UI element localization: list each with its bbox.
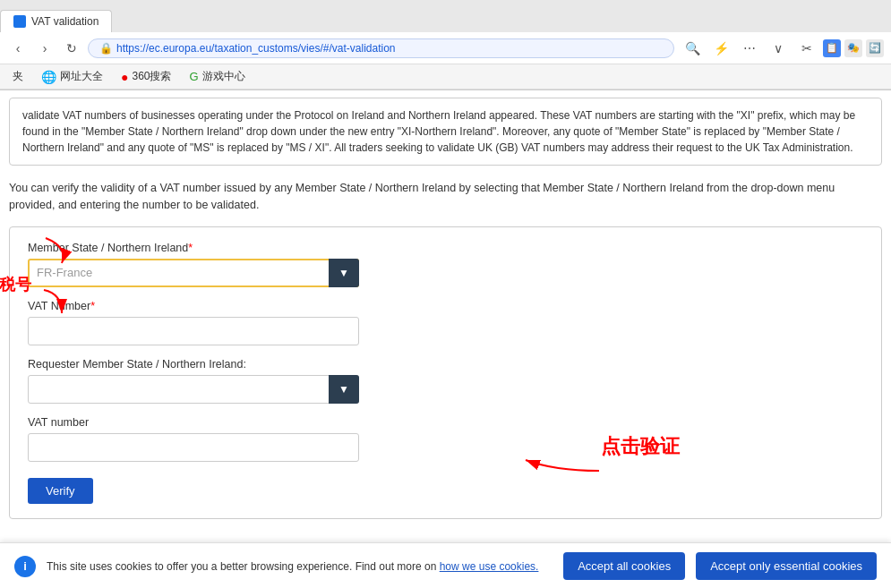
360-icon: ●	[121, 70, 128, 84]
back-button[interactable]: ‹	[7, 38, 29, 59]
member-state-select[interactable]: FR-France DE-Germany IT-Italy ES-Spain X…	[28, 259, 359, 287]
accept-all-cookies-button[interactable]: Accept all cookies	[563, 552, 685, 580]
tab-favicon	[13, 15, 26, 28]
requester-vat-label: VAT number	[28, 416, 863, 429]
info-box-text: validate VAT numbers of businesses opera…	[22, 109, 855, 154]
toolbar-icons: 🔍 ⚡ ⋯ ∨ ✂ 📋 🎭 🔄	[680, 36, 884, 61]
bookmark-game-label: 游戏中心	[202, 69, 245, 84]
member-state-label: Member State / Northern Ireland*	[28, 242, 863, 254]
cookie-info-icon: i	[14, 556, 36, 577]
cookie-link[interactable]: how we use cookies.	[440, 560, 539, 573]
bookmark-wangzhi[interactable]: 🌐 网址大全	[36, 67, 108, 86]
tab-title: VAT validation	[31, 15, 99, 28]
cookie-text: This site uses cookies to offer you a be…	[47, 558, 553, 575]
url-text: https://ec.europa.eu/taxation_customs/vi…	[116, 42, 396, 55]
wangzhi-icon: 🌐	[41, 70, 56, 84]
requester-vat-input[interactable]	[28, 433, 359, 462]
ext-icon-3[interactable]: 🔄	[866, 39, 884, 57]
vat-number-row: VAT Number*	[28, 300, 863, 345]
verify-button[interactable]: Verify	[28, 478, 93, 504]
forward-button[interactable]: ›	[34, 38, 56, 59]
requester-member-state-row: Requester Member State / Northern Irelan…	[28, 358, 863, 404]
vat-number-required: *	[90, 300, 95, 312]
vat-number-label: VAT Number*	[28, 300, 863, 312]
vat-number-input[interactable]	[28, 317, 359, 345]
bookmarks-bar: 夹 🌐 网址大全 ● 360搜索 G 游戏中心	[0, 64, 891, 89]
desc-text-content: You can verify the validity of a VAT num…	[9, 182, 835, 211]
form-box: 选择法国 输入法国VAT税号 点击验证 Member State / North…	[9, 226, 882, 519]
bookmark-wangzhi-label: 网址大全	[60, 69, 103, 84]
requester-vat-row: VAT number	[28, 416, 863, 462]
bookmark-360[interactable]: ● 360搜索	[116, 67, 177, 86]
cookie-banner: i This site uses cookies to offer you a …	[0, 542, 891, 588]
requester-select-wrapper: FR-France DE-Germany ▼	[28, 375, 359, 404]
address-bar-row: ‹ › ↻ 🔒 https://ec.europa.eu/taxation_cu…	[0, 32, 891, 64]
lock-icon: 🔒	[99, 42, 113, 55]
info-box: validate VAT numbers of businesses opera…	[9, 98, 882, 166]
lightning-button[interactable]: ⚡	[708, 36, 733, 61]
active-tab[interactable]: VAT validation	[0, 10, 112, 32]
desc-text: You can verify the validity of a VAT num…	[0, 173, 891, 223]
member-state-row: Member State / Northern Ireland* FR-Fran…	[28, 242, 863, 287]
more-button[interactable]: ⋯	[737, 36, 762, 61]
address-bar[interactable]: 🔒 https://ec.europa.eu/taxation_customs/…	[88, 38, 674, 58]
ext-icon-2[interactable]: 🎭	[844, 39, 862, 57]
member-state-select-wrapper: FR-France DE-Germany IT-Italy ES-Spain X…	[28, 259, 359, 287]
search-toolbar-button[interactable]: 🔍	[680, 36, 705, 61]
accept-essential-cookies-button[interactable]: Accept only essential cookies	[696, 552, 877, 580]
member-state-required: *	[188, 242, 193, 254]
refresh-button[interactable]: ↻	[61, 38, 82, 59]
game-icon: G	[190, 70, 199, 83]
requester-member-state-label: Requester Member State / Northern Irelan…	[28, 358, 863, 371]
page-content: validate VAT numbers of businesses opera…	[0, 90, 891, 588]
bookmark-360-label: 360搜索	[132, 69, 171, 84]
ext-icon-1[interactable]: 📋	[823, 39, 841, 57]
cut-button[interactable]: ✂	[794, 36, 819, 61]
browser-chrome: VAT validation ‹ › ↻ 🔒 https://ec.europa…	[0, 0, 891, 90]
bookmark-game[interactable]: G 游戏中心	[184, 67, 251, 86]
bookmark-jia-label: 夹	[13, 69, 23, 84]
requester-member-state-select[interactable]: FR-France DE-Germany	[28, 375, 359, 404]
bookmark-jia[interactable]: 夹	[7, 67, 29, 86]
tab-bar: VAT validation	[0, 0, 891, 32]
dropdown-button[interactable]: ∨	[766, 36, 791, 61]
